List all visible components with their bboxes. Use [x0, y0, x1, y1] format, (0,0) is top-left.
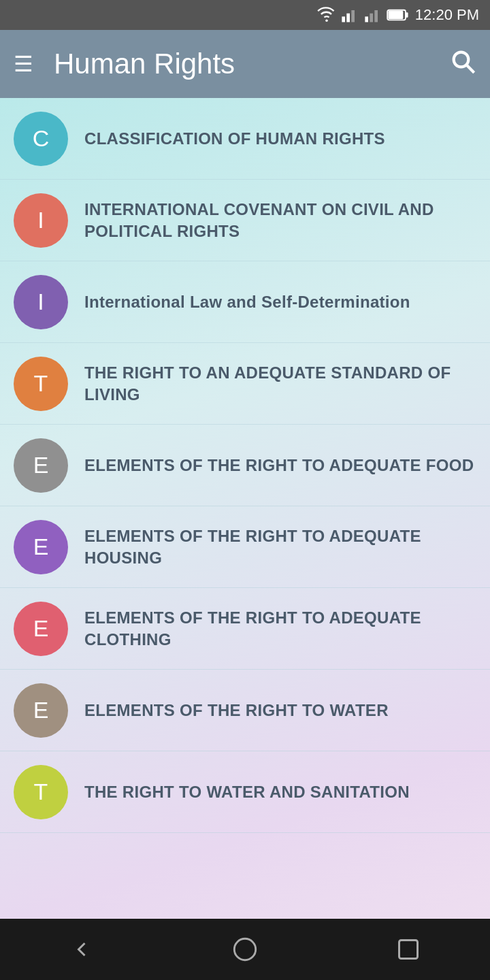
list-item-clothing[interactable]: EELEMENTS OF THE RIGHT TO ADEQUATE CLOTH…	[0, 588, 490, 670]
wifi-icon	[317, 5, 336, 24]
avatar-covenant: I	[14, 193, 68, 248]
avatar-adequate-living: T	[14, 357, 68, 411]
item-text-food: ELEMENTS OF THE RIGHT TO ADEQUATE FOOD	[84, 455, 474, 476]
menu-icon[interactable]: ☰	[14, 53, 33, 75]
avatar-food: E	[14, 438, 68, 493]
svg-rect-1	[342, 16, 345, 22]
item-text-adequate-living: THE RIGHT TO AN ADEQUATE STANDARD OF LIV…	[84, 362, 476, 404]
app-bar: ☰ Human Rights	[0, 30, 490, 98]
status-bar: 12:20 PM	[0, 0, 490, 30]
item-text-classification: CLASSIFICATION OF HUMAN RIGHTS	[84, 128, 385, 149]
item-text-water-sanitation: THE RIGHT TO WATER AND SANITATION	[84, 781, 410, 802]
search-icon[interactable]	[449, 48, 476, 81]
list-item-classification[interactable]: CCLASSIFICATION OF HUMAN RIGHTS	[0, 98, 490, 180]
home-button[interactable]	[218, 929, 272, 970]
svg-rect-5	[370, 14, 373, 22]
list-item-covenant[interactable]: IINTERNATIONAL COVENANT ON CIVIL AND POL…	[0, 180, 490, 261]
signal-icon	[340, 5, 359, 24]
avatar-classification: C	[14, 112, 68, 166]
recent-button[interactable]	[381, 929, 436, 970]
list-item-water[interactable]: EELEMENTS OF THE RIGHT TO WATER	[0, 670, 490, 751]
svg-rect-9	[406, 12, 408, 17]
list-item-adequate-living[interactable]: TTHE RIGHT TO AN ADEQUATE STANDARD OF LI…	[0, 343, 490, 425]
status-icons	[317, 5, 410, 24]
svg-point-0	[325, 19, 328, 22]
svg-point-10	[454, 52, 469, 67]
status-time: 12:20 PM	[415, 6, 479, 24]
svg-rect-6	[374, 10, 378, 22]
svg-point-12	[234, 938, 255, 960]
item-text-housing: ELEMENTS OF THE RIGHT TO ADEQUATE HOUSIN…	[84, 525, 476, 568]
main-list: CCLASSIFICATION OF HUMAN RIGHTSIINTERNAT…	[0, 98, 490, 919]
avatar-intl-law: I	[14, 275, 68, 329]
svg-rect-4	[365, 16, 368, 22]
avatar-water: E	[14, 683, 68, 738]
app-title: Human Rights	[54, 48, 449, 80]
item-text-clothing: ELEMENTS OF THE RIGHT TO ADEQUATE CLOTHI…	[84, 607, 476, 649]
back-button[interactable]	[54, 929, 109, 970]
avatar-water-sanitation: T	[14, 765, 68, 819]
battery-icon	[387, 8, 410, 22]
svg-rect-3	[351, 10, 355, 22]
item-text-covenant: INTERNATIONAL COVENANT ON CIVIL AND POLI…	[84, 199, 476, 241]
avatar-clothing: E	[14, 602, 68, 656]
svg-line-11	[467, 65, 474, 72]
list-item-food[interactable]: EELEMENTS OF THE RIGHT TO ADEQUATE FOOD	[0, 425, 490, 506]
list-item-intl-law[interactable]: IInternational Law and Self-Determinatio…	[0, 261, 490, 343]
item-text-water: ELEMENTS OF THE RIGHT TO WATER	[84, 700, 389, 721]
avatar-housing: E	[14, 520, 68, 574]
svg-rect-2	[346, 14, 350, 22]
item-text-intl-law: International Law and Self-Determination	[84, 291, 410, 312]
signal2-icon	[363, 5, 382, 24]
svg-rect-8	[388, 11, 403, 19]
list-item-housing[interactable]: EELEMENTS OF THE RIGHT TO ADEQUATE HOUSI…	[0, 506, 490, 588]
list-item-water-sanitation[interactable]: TTHE RIGHT TO WATER AND SANITATION	[0, 751, 490, 833]
svg-rect-13	[399, 941, 418, 959]
bottom-nav	[0, 919, 490, 980]
